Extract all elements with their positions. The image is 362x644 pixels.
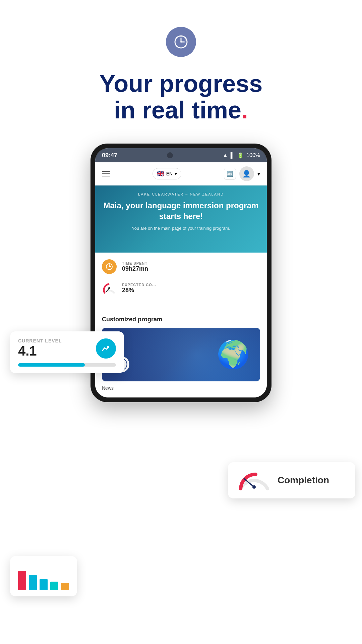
dropdown-arrow: ▾: [175, 171, 177, 176]
expected-row: EXPECTED CO... 28%: [102, 281, 260, 296]
gauge-mini-icon: [102, 281, 117, 296]
expected-value: 28%: [122, 287, 260, 294]
level-progress: [18, 363, 116, 367]
expected-info: EXPECTED CO... 28%: [122, 283, 260, 294]
language-code: EN: [166, 171, 173, 176]
time-icon-circle: [102, 259, 117, 274]
wifi-icon: ▲: [223, 152, 228, 158]
svg-point-13: [252, 485, 256, 489]
time-spent-row: TIME SPENT 09h27mn: [102, 259, 260, 274]
battery-percent: 100%: [246, 152, 260, 158]
hero-location: LAKE CLEARWATER – NEW ZEALAND: [102, 192, 260, 196]
bar-5: [61, 583, 69, 590]
language-selector[interactable]: 🇬🇧 EN ▾: [153, 168, 181, 179]
status-bar: 09:47 ▲ ▌ 🔋 100%: [95, 148, 267, 162]
level-header: CURRENT LEVEL 4.1: [18, 338, 116, 359]
svg-point-5: [185, 40, 186, 41]
expected-label: EXPECTED CO...: [122, 283, 260, 287]
svg-point-11: [108, 287, 110, 289]
stats-section: TIME SPENT 09h27mn EXPECTED: [95, 253, 267, 309]
news-label: News: [102, 385, 260, 391]
card-current-level: CURRENT LEVEL 4.1: [10, 331, 124, 373]
level-icon: [96, 338, 116, 359]
signal-icon: ▌: [231, 152, 234, 158]
globe-icon: 🌍: [217, 339, 250, 370]
clock-icon-wrap: [166, 27, 196, 57]
bar-4: [50, 582, 58, 590]
status-icons: ▲ ▌ 🔋 100%: [223, 152, 260, 159]
avatar-icon: 👤: [242, 170, 251, 178]
svg-point-4: [180, 36, 182, 37]
time-spent-label: TIME SPENT: [122, 261, 260, 265]
translate-icon: 🔤: [227, 171, 233, 177]
phone-section: 09:47 ▲ ▌ 🔋 100% 🇬🇧 EN ▾: [0, 144, 362, 613]
header-right: 🔤 👤 ▾: [224, 166, 260, 181]
barchart: [18, 563, 69, 590]
level-info: CURRENT LEVEL 4.1: [18, 338, 62, 359]
level-progress-fill: [18, 363, 85, 367]
globe-card: 🌍 7◉: [102, 328, 260, 381]
completion-label: Completion: [278, 475, 329, 486]
card-completion: Completion: [228, 462, 355, 498]
hero-banner: LAKE CLEARWATER – NEW ZEALAND Maia, your…: [95, 185, 267, 253]
completion-gauge: [237, 470, 271, 490]
program-title: Customized program: [102, 316, 260, 323]
top-section: Your progress in real time.: [0, 0, 362, 123]
hero-title: Maia, your language immersion program st…: [102, 200, 260, 221]
time-spent-value: 09h27mn: [122, 265, 260, 272]
clock-icon: [173, 34, 189, 50]
camera: [167, 152, 173, 158]
translate-button[interactable]: 🔤: [224, 168, 236, 180]
bar-2: [29, 575, 37, 590]
headline-line1: Your progress: [100, 70, 263, 97]
status-time: 09:47: [102, 152, 117, 159]
hamburger-menu[interactable]: [102, 171, 110, 176]
headline-dot: .: [241, 97, 248, 123]
level-value: 4.1: [18, 343, 62, 359]
level-label: CURRENT LEVEL: [18, 338, 62, 343]
app-header: 🇬🇧 EN ▾ 🔤 👤 ▾: [95, 162, 267, 185]
flag-icon: 🇬🇧: [157, 170, 164, 177]
card-barchart: [10, 556, 77, 596]
user-avatar[interactable]: 👤: [239, 166, 254, 181]
avatar-dropdown[interactable]: ▾: [257, 171, 260, 177]
time-spent-info: TIME SPENT 09h27mn: [122, 261, 260, 272]
battery-icon: 🔋: [237, 152, 244, 159]
bar-1: [18, 571, 26, 590]
headline-line2: in real time.: [114, 97, 248, 123]
hero-subtitle: You are on the main page of your trainin…: [102, 225, 260, 231]
svg-point-6: [186, 44, 187, 45]
bar-3: [40, 579, 48, 590]
